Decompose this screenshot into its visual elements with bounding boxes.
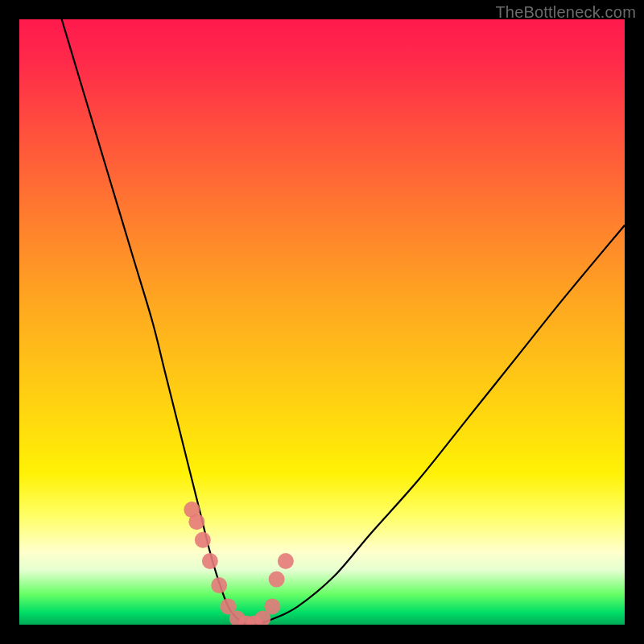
bottleneck-curve xyxy=(62,19,625,625)
curve-marker xyxy=(264,598,280,614)
curve-marker xyxy=(278,553,294,569)
curve-marker xyxy=(202,553,218,569)
curve-marker xyxy=(211,577,227,593)
watermark-text: TheBottleneck.com xyxy=(495,3,636,22)
curve-marker xyxy=(188,514,204,530)
curve-marker xyxy=(195,532,211,548)
curve-marker xyxy=(269,572,285,588)
plot-area xyxy=(19,19,625,625)
curve-layer xyxy=(19,19,625,625)
chart-frame: TheBottleneck.com xyxy=(0,0,644,644)
marker-group xyxy=(184,502,294,625)
